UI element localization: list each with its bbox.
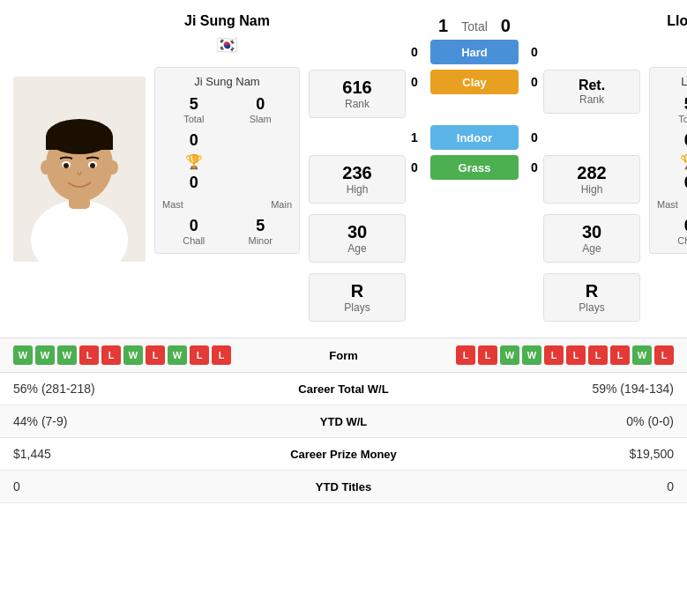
right-trophy-icon: 🏆 <box>680 153 687 170</box>
indoor-surface-row: 1 Indoor 0 <box>304 125 645 150</box>
stats-row: $1,445 Career Prize Money $19,500 <box>0 438 687 471</box>
right-plays-label: Plays <box>548 301 636 314</box>
form-badge: W <box>522 345 541 365</box>
right-stats-box: Lloyd Glasspool 5 Total 0 Slam 0 🏆 0 <box>649 67 687 254</box>
right-age-box: 30 Age <box>543 214 640 263</box>
grass-button[interactable]: Grass <box>430 155 519 180</box>
indoor-right-score: 0 <box>526 130 543 145</box>
left-avatar <box>13 77 146 262</box>
indoor-button[interactable]: Indoor <box>430 125 519 150</box>
right-rank-label: Rank <box>548 93 636 106</box>
form-label: Form <box>287 349 401 362</box>
form-badge: L <box>478 345 497 365</box>
left-mast-label-item: Mast Main <box>162 199 292 210</box>
left-player-photo <box>0 9 150 329</box>
left-total-stat: 5 Total <box>162 95 226 124</box>
right-high-value: 282 <box>548 163 636 183</box>
right-plays-box: R Plays <box>543 273 640 322</box>
left-age-box: 30 Age <box>309 214 406 263</box>
form-badge: L <box>101 345 121 365</box>
form-badge: W <box>632 345 652 365</box>
left-flag: 🇰🇷 <box>216 34 238 56</box>
left-minor-value: 5 <box>256 217 265 235</box>
left-age-label: Age <box>313 242 401 255</box>
right-age-value: 30 <box>548 222 636 242</box>
mid-section: 616 Rank 0 Clay 0 Ret. Rank <box>304 70 645 125</box>
left-name-small: Ji Sung Nam <box>162 75 292 88</box>
right-high-age: 282 High <box>543 155 640 211</box>
left-mast-label: Mast <box>162 199 183 210</box>
left-total-label: Total <box>183 114 204 124</box>
hard-right-score: 0 <box>526 45 543 59</box>
right-mast-label: Mast <box>657 199 678 210</box>
stats-row: 44% (7-9) YTD W/L 0% (0-0) <box>0 405 687 438</box>
right-age-label: Age <box>548 242 636 255</box>
form-badge: W <box>123 345 143 365</box>
stats-left-val: 56% (281-218) <box>13 382 256 396</box>
svg-point-9 <box>90 163 95 168</box>
age-row: 30 Age 30 Age <box>304 214 645 270</box>
left-age-value: 30 <box>313 222 401 242</box>
right-total-label: Total <box>678 114 687 124</box>
left-player-name: Ji Sung Nam <box>184 13 270 29</box>
right-total-score: 0 <box>501 16 511 36</box>
left-slam-value: 0 <box>256 95 265 114</box>
left-total-value: 5 <box>190 95 198 114</box>
clay-left-score: 0 <box>406 75 423 89</box>
form-badge: L <box>544 345 564 365</box>
left-chall-value: 0 <box>190 217 198 235</box>
right-total-stat: 5 Total <box>657 95 687 124</box>
right-plays-value: R <box>548 281 636 301</box>
stats-row: 56% (281-218) Career Total W/L 59% (194-… <box>0 373 687 405</box>
stats-center-label: YTD W/L <box>256 415 432 428</box>
stats-center-label: YTD Titles <box>256 480 432 494</box>
high-age-section: 236 High 0 Grass 0 282 High <box>304 155 645 211</box>
left-plays-label: Plays <box>313 301 401 314</box>
left-rank-value: 616 <box>313 78 401 98</box>
right-chall-label: Chall <box>677 235 687 246</box>
hard-button[interactable]: Hard <box>430 40 519 64</box>
left-high-label: High <box>313 183 401 196</box>
right-rank-value: Ret. <box>548 78 636 93</box>
grass-right-score: 0 <box>526 160 543 174</box>
left-minor-label: Minor <box>248 235 273 246</box>
form-badge: L <box>654 345 674 365</box>
left-chall-stat: 0 Chall <box>162 217 226 246</box>
svg-point-10 <box>41 160 51 174</box>
form-badge: W <box>35 345 55 365</box>
plays-row: R Plays R Plays <box>304 273 645 329</box>
right-high-box: 282 High <box>543 155 640 204</box>
form-badge: L <box>456 345 475 365</box>
total-label: Total <box>461 19 488 33</box>
clay-right-score: 0 <box>526 75 543 89</box>
stats-right-val: $19,500 <box>432 447 675 461</box>
right-mast-row: 0 🏆 0 <box>657 131 687 192</box>
stats-left-val: 0 <box>13 479 256 494</box>
left-main-label: Main <box>271 199 292 210</box>
svg-point-8 <box>63 163 69 168</box>
left-slam-stat: 0 Slam <box>229 95 293 124</box>
left-trophy-icon: 🏆 <box>185 153 203 170</box>
left-mast-row: 0 🏆 0 <box>162 131 226 192</box>
main-container: Ji Sung Nam 🇰🇷 Ji Sung Nam 5 Total 0 Sla… <box>0 0 687 503</box>
left-total-score: 1 <box>438 16 448 36</box>
left-slam-label: Slam <box>250 114 272 124</box>
left-center-block: 616 Rank <box>309 70 406 125</box>
left-high-value: 236 <box>313 163 401 183</box>
right-center-block: Ret. Rank <box>543 70 640 121</box>
form-badge: L <box>566 345 586 365</box>
right-player-name: Lloyd Glasspool <box>667 13 687 29</box>
surface-middle-col: 0 Clay 0 <box>406 70 543 100</box>
right-mast-main-labels: Mast Main <box>657 199 687 210</box>
form-section: WWWLLWLWLL Form LLWWLLLLWL <box>0 338 687 373</box>
stats-table: 56% (281-218) Career Total W/L 59% (194-… <box>0 373 687 503</box>
left-high-age: 236 High <box>309 155 406 211</box>
clay-button[interactable]: Clay <box>430 70 519 94</box>
left-stats-grid: 5 Total 0 Slam 0 🏆 0 Mast <box>162 95 292 246</box>
left-chall-label: Chall <box>183 235 205 246</box>
left-plays-box: R Plays <box>309 273 406 322</box>
form-badge: L <box>190 345 209 365</box>
hard-left-score: 0 <box>406 45 423 59</box>
form-badge: L <box>146 345 165 365</box>
form-badge: W <box>168 345 187 365</box>
